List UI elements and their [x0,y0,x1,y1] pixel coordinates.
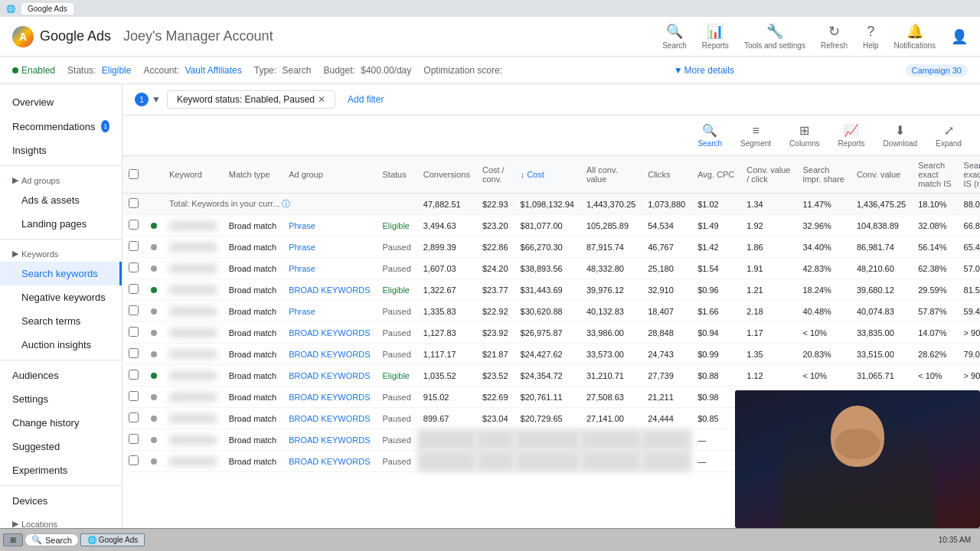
taskbar-search[interactable]: 🔍 Search [24,533,79,546]
header-tools-action[interactable]: 🔧 Tools and settings [744,23,805,50]
col-header-conversions[interactable]: Conversions [417,156,476,194]
filter-close-icon[interactable]: ✕ [318,94,325,105]
row-checkbox-6[interactable] [129,348,139,358]
row-checkbox-cell [122,344,145,365]
row-ad-group-cell[interactable]: BROAD KEYWORDS [283,451,376,472]
row-conversions-cell: 3,494.63 [417,215,476,236]
col-header-keyword[interactable]: Keyword [163,156,223,194]
ad-group-link[interactable]: BROAD KEYWORDS [289,285,370,295]
row-ad-group-cell[interactable]: BROAD KEYWORDS [283,365,376,386]
row-checkbox-8[interactable] [129,391,139,401]
row-checkbox-11[interactable] [129,455,139,465]
taskbar-windows-button[interactable]: ⊞ [3,533,23,546]
columns-button[interactable]: ⊞ Columns [783,120,825,151]
ad-group-link[interactable]: BROAD KEYWORDS [289,393,370,402]
select-all-checkbox[interactable] [129,169,139,179]
row-checkbox-4[interactable] [129,305,139,315]
search-table-button[interactable]: 🔍 Search [691,120,728,151]
total-checkbox[interactable] [129,198,139,208]
row-ad-group-cell[interactable]: BROAD KEYWORDS [283,386,376,408]
sidebar-item-auction-insights[interactable]: Auction insights [0,333,122,357]
col-header-ad-group[interactable]: Ad group [283,156,376,194]
ad-group-link[interactable]: BROAD KEYWORDS [289,435,370,445]
sidebar-item-audiences[interactable]: Audiences [0,364,122,387]
ad-group-link[interactable]: BROAD KEYWORDS [289,457,370,466]
sidebar-item-settings[interactable]: Settings [0,387,122,411]
row-ad-group-cell[interactable]: BROAD KEYWORDS [283,344,376,365]
row-ad-group-cell[interactable]: BROAD KEYWORDS [283,322,376,344]
row-checkbox-1[interactable] [129,241,139,251]
ad-group-link[interactable]: BROAD KEYWORDS [289,350,370,359]
sidebar-item-negative-keywords[interactable]: Negative keywords [0,285,122,309]
sidebar-section-keywords[interactable]: ▶ Keywords [0,243,122,262]
row-checkbox-10[interactable] [129,434,139,444]
browser-tab[interactable]: Google Ads [21,3,74,15]
row-ad-group-cell[interactable]: BROAD KEYWORDS [283,408,376,429]
sidebar-item-devices[interactable]: Devices [0,489,122,513]
header-refresh-action[interactable]: ↻ Refresh [821,23,848,50]
col-header-search-lost[interactable]: Search lostexactIS (rank) [958,156,980,194]
col-header-avg-cpc[interactable]: Avg. CPC [691,156,740,194]
ad-group-link[interactable]: BROAD KEYWORDS [289,414,370,423]
header-account-action[interactable]: 👤 [951,28,968,45]
ad-group-link[interactable]: Phrase [289,221,315,230]
col-header-clicks[interactable]: Clicks [642,156,691,194]
expand-button[interactable]: ⤢ Expand [929,120,968,151]
sidebar-item-recommendations[interactable]: Recommendations 1 [0,114,122,139]
row-ad-group-cell[interactable]: BROAD KEYWORDS [283,429,376,451]
sidebar-item-ads-assets[interactable]: Ads & assets [0,188,122,212]
ad-group-link[interactable]: BROAD KEYWORDS [289,371,370,380]
row-match-type-cell: Broad match [223,386,283,408]
header-reports-action[interactable]: 📊 Reports [702,23,729,50]
header-notifications-action[interactable]: 🔔 Notifications [894,23,936,50]
reports-table-button[interactable]: 📈 Reports [832,120,871,151]
sidebar-item-insights[interactable]: Insights [0,139,122,162]
row-ad-group-cell[interactable]: BROAD KEYWORDS [283,279,376,301]
col-header-match-type[interactable]: Match type [223,156,283,194]
sidebar-item-overview[interactable]: Overview [0,90,122,114]
row-checkbox-5[interactable] [129,327,139,337]
ad-group-link[interactable]: Phrase [289,264,315,273]
row-search-lost-cell: 79.09% [958,344,980,365]
col-header-cost-per-conv[interactable]: Cost /conv. [476,156,514,194]
sidebar-item-experiments[interactable]: Experiments [0,458,122,482]
sidebar-item-landing-pages[interactable]: Landing pages [0,212,122,236]
row-cost-per-conv-cell: $23.04 [476,408,514,429]
row-checkbox-7[interactable] [129,370,139,380]
ad-group-link[interactable]: Phrase [289,307,315,316]
sidebar-item-change-history[interactable]: Change history [0,411,122,435]
sidebar-item-search-terms[interactable]: Search terms [0,309,122,333]
row-ad-group-cell[interactable]: Phrase [283,301,376,322]
row-checkbox-3[interactable] [129,284,139,294]
header-help-action[interactable]: ? Help [863,24,879,50]
col-header-conv-value-click[interactable]: Conv. value/ click [740,156,796,194]
sidebar-section-adgroups[interactable]: ▶ Ad groups [0,169,122,188]
row-ad-group-cell[interactable]: Phrase [283,215,376,236]
add-filter-button[interactable]: Add filter [341,91,390,108]
more-details-link[interactable]: ▼ More details [674,65,734,76]
header-search-action[interactable]: 🔍 Search [662,23,687,50]
taskbar-chrome[interactable]: 🌐 Google Ads [80,533,145,546]
total-info-icon[interactable]: ⓘ [282,199,290,208]
col-header-all-conv-value[interactable]: All conv.value [580,156,642,194]
col-header-checkbox[interactable] [122,156,145,194]
sidebar-item-suggested[interactable]: Suggested [0,435,122,458]
col-header-search-impr-share[interactable]: Searchimpr. share [797,156,851,194]
ad-group-link[interactable]: BROAD KEYWORDS [289,328,370,337]
col-header-search-exact[interactable]: Searchexactmatch IS [912,156,957,194]
sidebar-item-search-keywords[interactable]: Search keywords [0,262,122,285]
download-button[interactable]: ⬇ Download [877,120,923,151]
account-value[interactable]: Vault Affiliates [185,65,242,76]
row-checkbox-9[interactable] [129,412,139,422]
row-checkbox-0[interactable] [129,220,139,230]
ad-group-link[interactable]: Phrase [289,243,315,252]
row-ad-group-cell[interactable]: Phrase [283,258,376,279]
segment-button[interactable]: ≡ Segment [734,121,777,151]
keyword-status-filter[interactable]: Keyword status: Enabled, Paused ✕ [167,90,335,109]
col-header-cost[interactable]: ↓ Cost [514,156,580,194]
row-ad-group-cell[interactable]: Phrase [283,236,376,258]
col-header-status[interactable]: Status [376,156,416,194]
col-header-conv-value[interactable]: Conv. value [851,156,912,194]
col-header-status-icon [145,156,163,194]
row-checkbox-2[interactable] [129,262,139,272]
